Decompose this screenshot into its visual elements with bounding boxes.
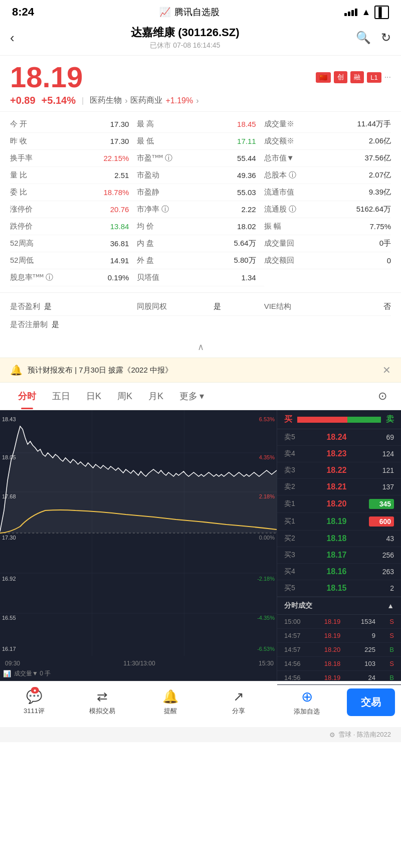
- data-cell-6: 换手率22.15%: [10, 150, 137, 167]
- trade-button[interactable]: 交易: [347, 688, 395, 716]
- notification-bar: 🔔 预计财报发布 | 7月30日 披露《2022 中报》 ✕: [0, 358, 401, 383]
- data-value-20: 7.75%: [369, 222, 391, 231]
- sell-level-3: 卖2: [284, 482, 304, 491]
- trades-sort-icon[interactable]: ▲: [387, 602, 394, 610]
- trade-row-2: 14:57 18.20 225 B: [277, 643, 401, 657]
- back-button[interactable]: ‹: [10, 30, 15, 46]
- sell-level-2: 卖3: [284, 466, 304, 475]
- data-cell-13: 市盈静55.03: [137, 184, 264, 201]
- data-value-4: 17.11: [237, 137, 256, 145]
- tab-wuri[interactable]: 五日: [44, 383, 78, 409]
- data-value-7: 55.44: [237, 154, 256, 162]
- refresh-icon[interactable]: ↻: [381, 31, 391, 45]
- trades-title: 分时成交: [284, 601, 312, 610]
- trade-row-1: 14:57 18.19 9 S: [277, 629, 401, 643]
- buy-row-4: 买5 18.15 2: [277, 580, 401, 597]
- data-value-2: 11.44万手: [357, 119, 391, 129]
- collapse-arrow-icon: ∧: [197, 341, 204, 353]
- data-value-27: 0.19%: [108, 273, 129, 282]
- data-value-1: 18.45: [237, 120, 256, 128]
- trade-row-3: 14:56 18.18 103 S: [277, 657, 401, 671]
- tab-more[interactable]: 更多▾: [171, 383, 212, 409]
- data-value-22: 5.64万: [234, 239, 256, 248]
- share-label: 分享: [232, 707, 245, 716]
- header-actions: 🔍 ↻: [356, 31, 391, 45]
- nav-sim-trade[interactable]: ⇄ 模拟交易: [68, 686, 136, 719]
- chart-left[interactable]: 18.43 18.05 17.68 17.30 16.92 16.55 16.1…: [0, 410, 277, 681]
- data-label-24: 52周低: [10, 256, 34, 265]
- data-value-21: 36.81: [110, 239, 129, 248]
- notif-text: 预计财报发布 | 7月30日 披露《2022 中报》: [28, 366, 172, 375]
- badge-more-icon[interactable]: ···: [384, 73, 391, 82]
- data-label-4: 最 低: [137, 136, 154, 146]
- data-label-19: 均 价: [137, 222, 154, 231]
- notif-left: 🔔 预计财报发布 | 7月30日 披露《2022 中报》: [10, 364, 172, 376]
- trade-price-3: 18.18: [320, 660, 345, 667]
- vie-label: VIE结构: [264, 302, 291, 311]
- tab-rik[interactable]: 日K: [78, 383, 109, 409]
- signal-icon: [344, 9, 357, 16]
- ob-sell-label: 卖: [386, 414, 394, 425]
- data-label-17: 流通股 ⓘ: [264, 205, 296, 214]
- app-icon: 📈: [159, 7, 170, 18]
- tab-zhouk[interactable]: 周K: [109, 383, 140, 409]
- data-cell-11: 总股本 ⓘ2.07亿: [264, 167, 391, 184]
- trade-time-3: 14:56: [284, 660, 309, 667]
- volume-icon: 📊: [3, 670, 11, 677]
- data-cell-9: 量 比2.51: [10, 167, 137, 184]
- data-value-10: 49.36: [237, 171, 256, 180]
- reg-value: 是: [52, 320, 59, 329]
- sector-info[interactable]: 医药生物 › 医药商业 +1.19% ›: [90, 95, 198, 106]
- reg-label: 是否注册制: [10, 320, 48, 329]
- extra-empty-2: [264, 320, 391, 329]
- volume-text: 成交量▼ 0 手: [14, 669, 51, 678]
- data-value-26: 0: [387, 256, 391, 265]
- footer: ⚙ 雪球 · 陈浩南2022: [0, 727, 401, 742]
- sell-price-2: 18.22: [319, 466, 354, 475]
- trade-qty-0: 1534: [355, 618, 375, 625]
- camera-icon[interactable]: ⊙: [374, 383, 391, 410]
- buy-price-0: 18.19: [319, 517, 354, 526]
- trade-type-3: S: [386, 660, 394, 667]
- trades-header: 分时成交 ▲: [277, 597, 401, 615]
- data-cell-18: 跌停价13.84: [10, 218, 137, 235]
- data-label-21: 52周高: [10, 239, 34, 248]
- price-chart-svg: [0, 410, 277, 656]
- sell-qty-0: 69: [369, 433, 394, 441]
- trade-type-1: S: [386, 632, 394, 639]
- trade-time-2: 14:57: [284, 646, 309, 653]
- collapse-button[interactable]: ∧: [0, 338, 401, 358]
- data-label-6: 换手率: [10, 153, 33, 163]
- ob-bar-green: [347, 417, 381, 423]
- data-label-22: 内 盘: [137, 239, 154, 248]
- buy-level-1: 买2: [284, 534, 304, 543]
- app-name: 腾讯自选股: [174, 6, 220, 18]
- x-label-mid: 11:30/13:00: [123, 660, 155, 667]
- sell-price-3: 18.21: [319, 482, 354, 491]
- tab-yuek[interactable]: 月K: [140, 383, 171, 409]
- x-axis-labels: 09:30 11:30/13:00 15:30: [5, 660, 274, 667]
- nav-alert[interactable]: 🔔 提醒: [136, 686, 205, 719]
- chart-tabs: 分时 五日 日K 周K 月K 更多▾ ⊙: [0, 383, 401, 410]
- ob-buy-label: 买: [284, 414, 292, 425]
- sell-row-0: 卖5 18.24 69: [277, 429, 401, 446]
- data-label-26: 成交额回: [264, 256, 294, 265]
- data-cell-3: 昨 收17.30: [10, 133, 137, 150]
- trade-qty-4: 24: [355, 674, 375, 681]
- nav-add-watchlist[interactable]: ⊕ 添加自选: [273, 685, 341, 719]
- notif-close-button[interactable]: ✕: [382, 364, 391, 376]
- tab-fenshi[interactable]: 分时: [10, 383, 44, 409]
- data-value-19: 18.02: [237, 222, 256, 231]
- sell-price-1: 18.23: [319, 449, 354, 458]
- extra-item-same-share: 同股同权 是: [137, 302, 264, 311]
- data-cell-2: 成交量※11.44万手: [264, 116, 391, 133]
- nav-comments[interactable]: 💬 3111评 ●: [0, 686, 68, 719]
- status-center: 📈 腾讯自选股: [159, 6, 220, 18]
- data-value-23: 0手: [379, 239, 391, 248]
- trade-time-4: 14:56: [284, 674, 309, 681]
- nav-share[interactable]: ↗ 分享: [205, 686, 273, 719]
- buy-level-3: 买4: [284, 567, 304, 576]
- vie-value: 否: [383, 302, 391, 311]
- search-icon[interactable]: 🔍: [356, 31, 371, 45]
- footer-icon: ⚙: [329, 731, 335, 739]
